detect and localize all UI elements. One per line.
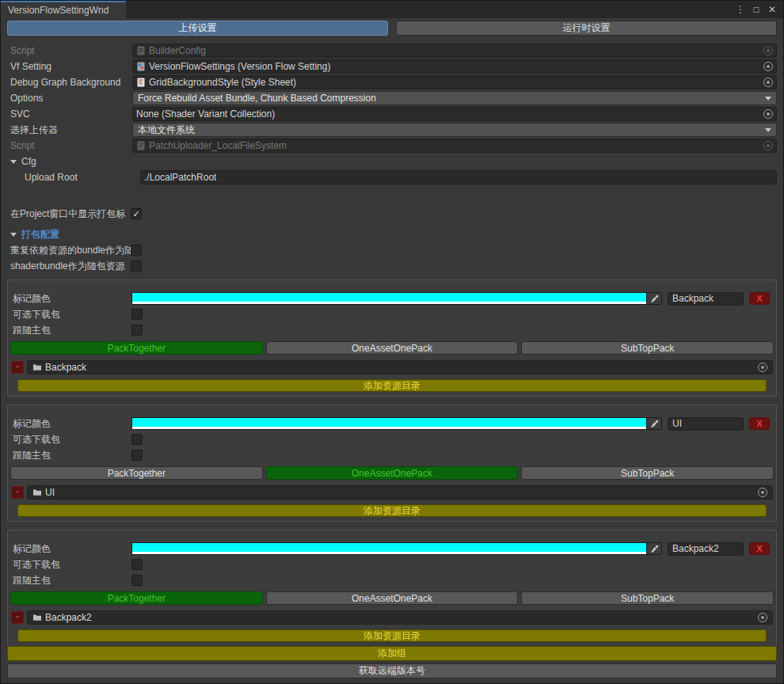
pack-group-backpack2: 标记颜色 Backpack2 X 可选下载包 跟随主包: [7, 530, 777, 646]
maximize-icon[interactable]: □: [750, 4, 763, 15]
debug-graph-background-row: Debug Graph Background GridBackgroundSty…: [7, 75, 777, 89]
svc-value: None (Shader Variant Collection): [136, 108, 275, 120]
add-directory-button[interactable]: 添加资源目录: [17, 504, 767, 517]
window-title: VersionFlowSettingWnd: [8, 5, 108, 16]
show-in-project-row: 在Project窗口中显示打包标 ✓: [7, 207, 777, 221]
optional-download-checkbox[interactable]: [131, 559, 143, 570]
uploader-dropdown[interactable]: 本地文件系统: [132, 123, 777, 137]
follow-main-row: 跟随主包: [10, 573, 774, 587]
uploader-row: 选择上传器 本地文件系统: [7, 123, 777, 137]
pack-mode-subtoppack-button[interactable]: SubTopPack: [521, 466, 774, 480]
shader-bundle-checkbox[interactable]: [131, 260, 142, 272]
script-object-field: BuilderConfig: [132, 44, 777, 58]
remove-directory-button[interactable]: -: [11, 486, 24, 499]
footer-buttons: 添加组 获取远端版本号: [1, 646, 783, 683]
remove-group-button[interactable]: X: [749, 417, 770, 430]
pack-mode-subtoppack-button[interactable]: SubTopPack: [521, 341, 774, 355]
asset-directory-item: - UI: [11, 485, 773, 500]
svc-object-field[interactable]: None (Shader Variant Collection): [132, 107, 777, 121]
object-picker-icon[interactable]: [758, 363, 767, 372]
follow-main-checkbox[interactable]: [131, 450, 143, 461]
settings-tab-bar: 上传设置 运行时设置: [1, 18, 783, 39]
object-picker-icon[interactable]: [763, 62, 773, 71]
object-picker-icon[interactable]: [758, 488, 767, 497]
svc-label: SVC: [7, 108, 132, 120]
upload-root-row: Upload Root ./LocalPatchRoot: [7, 170, 777, 184]
script-icon: [136, 46, 146, 55]
close-icon[interactable]: ✕: [766, 4, 778, 15]
debug-graph-background-label: Debug Graph Background: [7, 77, 132, 88]
color-swatch: [132, 293, 646, 304]
upload-root-value: ./LocalPatchRoot: [144, 172, 216, 183]
uploader-label: 选择上传器: [7, 124, 132, 137]
menu-icon[interactable]: ⋮: [734, 4, 747, 15]
color-field[interactable]: [131, 417, 662, 430]
cfg-foldout-label: Cfg: [21, 156, 36, 167]
optional-download-row: 可选下载包: [10, 307, 774, 321]
optional-download-checkbox[interactable]: [131, 434, 143, 445]
pack-mode-subtoppack-button[interactable]: SubTopPack: [521, 591, 774, 605]
show-in-project-checkbox[interactable]: ✓: [131, 208, 142, 219]
uploader-value: 本地文件系统: [138, 124, 195, 137]
remove-group-button[interactable]: X: [749, 292, 770, 305]
directory-object-field[interactable]: Backpack: [27, 360, 773, 374]
tab-upload-settings[interactable]: 上传设置: [7, 21, 388, 36]
options-dropdown[interactable]: Force Rebuild Asset Bundle, Chunk Based …: [132, 91, 777, 105]
add-directory-button[interactable]: 添加资源目录: [17, 629, 767, 642]
follow-main-checkbox[interactable]: [131, 325, 143, 336]
asset-directory-item: - Backpack2: [11, 610, 773, 625]
pack-mode-oneassetonepack-button[interactable]: OneAssetOnePack: [266, 466, 519, 480]
uploader-script-label: Script: [7, 140, 132, 151]
upload-root-input[interactable]: ./LocalPatchRoot: [140, 170, 777, 184]
pack-mode-packtogether-button[interactable]: PackTogether: [10, 341, 263, 355]
group-name-input[interactable]: Backpack2: [668, 542, 744, 556]
mark-color-label: 标记颜色: [10, 292, 131, 306]
options-value: Force Rebuild Asset Bundle, Chunk Based …: [138, 93, 376, 104]
group-name-input[interactable]: Backpack: [668, 292, 744, 306]
eyedropper-icon[interactable]: [646, 293, 661, 304]
get-remote-version-button[interactable]: 获取远端版本号: [7, 663, 777, 678]
scriptable-object-icon: [136, 62, 146, 71]
follow-main-checkbox[interactable]: [131, 575, 143, 586]
vf-setting-object-field[interactable]: VersionFlowSettings (Version Flow Settin…: [132, 59, 777, 74]
remove-group-button[interactable]: X: [749, 542, 770, 555]
upload-root-label: Upload Root: [7, 172, 140, 183]
directory-object-field[interactable]: UI: [27, 485, 773, 500]
object-picker-icon[interactable]: [763, 78, 773, 87]
dup-dependency-checkbox[interactable]: [131, 245, 142, 256]
eyedropper-icon[interactable]: [646, 418, 661, 429]
debug-graph-background-object-field[interactable]: GridBackgroundStyle (Style Sheet): [132, 75, 777, 89]
dup-dependency-row: 重复依赖资源的bundle作为随: [7, 243, 777, 257]
pack-config-foldout[interactable]: 打包配置: [7, 227, 777, 241]
pack-mode-oneassetonepack-button[interactable]: OneAssetOnePack: [266, 591, 519, 605]
optional-download-checkbox[interactable]: [131, 309, 143, 320]
window-tab[interactable]: VersionFlowSettingWnd: [1, 1, 126, 18]
remove-directory-button[interactable]: -: [11, 611, 24, 624]
color-field[interactable]: [131, 292, 662, 305]
cfg-foldout[interactable]: Cfg: [7, 154, 777, 169]
color-field[interactable]: [131, 542, 662, 555]
optional-download-row: 可选下载包: [10, 432, 774, 446]
tab-runtime-settings[interactable]: 运行时设置: [396, 21, 777, 36]
group-name-input[interactable]: UI: [668, 417, 744, 431]
asset-directory-item: - Backpack: [11, 360, 773, 374]
remove-directory-button[interactable]: -: [11, 361, 24, 374]
show-in-project-label: 在Project窗口中显示打包标: [7, 207, 131, 221]
add-group-button[interactable]: 添加组: [7, 646, 777, 661]
add-directory-button[interactable]: 添加资源目录: [17, 379, 767, 392]
foldout-arrow-icon: [10, 233, 17, 237]
eyedropper-icon[interactable]: [646, 543, 661, 554]
follow-main-label: 跟随主包: [10, 324, 131, 337]
script-label: Script: [7, 45, 132, 56]
directory-object-field[interactable]: Backpack2: [27, 610, 773, 625]
vf-setting-row: Vf Setting VersionFlowSettings (Version …: [7, 59, 777, 74]
pack-mode-packtogether-button[interactable]: PackTogether: [10, 466, 263, 480]
mark-color-label: 标记颜色: [10, 417, 131, 431]
pack-mode-packtogether-button[interactable]: PackTogether: [10, 591, 263, 605]
object-picker-icon[interactable]: [763, 109, 773, 119]
pack-mode-oneassetonepack-button[interactable]: OneAssetOnePack: [266, 341, 519, 355]
object-picker-icon[interactable]: [758, 613, 767, 622]
script-field-row: Script BuilderConfig: [7, 44, 777, 58]
follow-main-label: 跟随主包: [10, 574, 131, 587]
color-swatch: [132, 543, 646, 554]
